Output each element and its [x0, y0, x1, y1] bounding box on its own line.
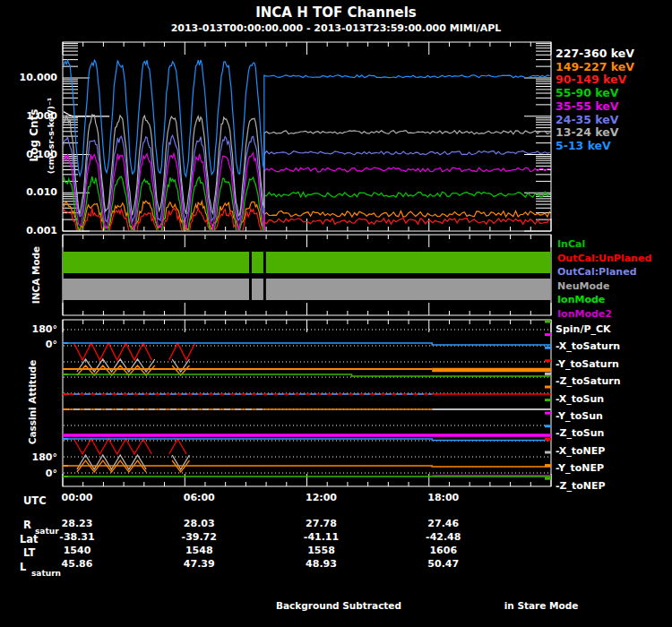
- green-mode-bar: [63, 252, 249, 273]
- series-5-13-keV: [63, 60, 550, 176]
- tof-y-axis-units: (cm²-sr-s-keV)⁻¹: [46, 69, 56, 203]
- footer-background-subtracted: Background Subtracted: [267, 600, 410, 611]
- page-subtitle: 2013-013T00:00:00.000 - 2013-013T23:59:0…: [0, 22, 672, 34]
- gray-mode-bar: [252, 279, 263, 300]
- plot-canvas: [0, 0, 672, 627]
- green-mode-bar: [252, 252, 263, 273]
- inca-tof-plot-window: 10.0001.0000.1000.0100.001180°0°180°0°22…: [0, 0, 672, 627]
- green-mode-bar: [266, 252, 551, 273]
- page-title: INCA H TOF Channels: [0, 4, 672, 21]
- attitude-panel-title: Cassini Attitude: [27, 335, 38, 469]
- footer-stare-mode: in Stare Mode: [487, 600, 595, 611]
- gray-mode-bar: [63, 279, 249, 300]
- mode-panel-title: INCA Mode: [30, 221, 41, 329]
- gray-mode-bar: [266, 279, 551, 300]
- tof-y-axis-title: Log Cnts: [28, 68, 40, 202]
